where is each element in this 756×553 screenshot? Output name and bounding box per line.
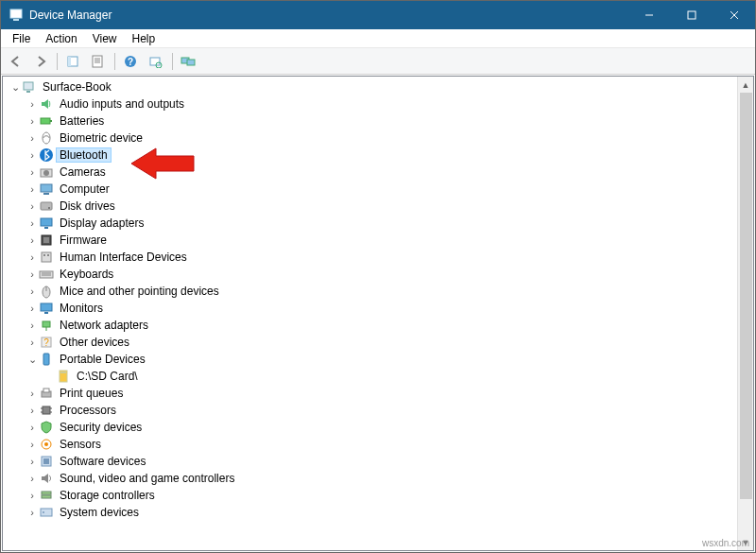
expander-icon[interactable]: › <box>26 438 39 451</box>
tree-item-sound[interactable]: ›Sound, video and game controllers <box>5 470 753 487</box>
expander-icon[interactable]: › <box>26 131 39 145</box>
expander-icon[interactable]: ⌄ <box>9 80 22 94</box>
toolbar-properties-button[interactable] <box>87 51 110 72</box>
tree-item-portable[interactable]: ⌄Portable Devices <box>5 351 753 368</box>
tree-item-network[interactable]: ›Network adapters <box>5 317 753 334</box>
tree-item-disk[interactable]: ›Disk drives <box>5 198 753 215</box>
maximize-button[interactable] <box>670 1 713 29</box>
menu-help[interactable]: Help <box>125 30 163 47</box>
svg-rect-64 <box>41 509 52 516</box>
tree-item-audio[interactable]: ›Audio inputs and outputs <box>5 95 753 112</box>
tree-item-hid[interactable]: ›Human Interface Devices <box>5 249 753 266</box>
tree-item-battery[interactable]: ›Batteries <box>5 112 753 130</box>
tree-item-sdcard[interactable]: C:\SD Card\ <box>5 368 753 385</box>
scroll-thumb[interactable] <box>740 93 752 499</box>
tree-item-label: Network adapters <box>56 318 152 333</box>
tree-item-label: Human Interface Devices <box>56 250 191 265</box>
svg-rect-43 <box>44 312 48 314</box>
tree-item-label: Bluetooth <box>56 147 112 163</box>
expander-icon[interactable]: › <box>26 336 39 349</box>
tree-item-system[interactable]: ›System devices <box>5 504 753 521</box>
toolbar-separator <box>114 53 115 70</box>
tree-item-sensor[interactable]: ›Sensors <box>5 436 753 453</box>
display-icon <box>39 216 54 231</box>
tree-item-firmware[interactable]: ›Firmware <box>5 232 753 249</box>
svg-rect-26 <box>41 184 52 192</box>
toolbar-forward-button[interactable] <box>29 51 52 72</box>
expander-icon[interactable]: › <box>26 114 39 128</box>
tree-item-bluetooth[interactable]: ›Bluetooth <box>5 147 753 164</box>
scroll-up-button[interactable]: ▲ <box>738 77 753 93</box>
svg-rect-33 <box>43 237 49 243</box>
expander-icon[interactable]: › <box>26 97 39 111</box>
tree-item-label: Security devices <box>56 420 146 435</box>
tree-item-mouse[interactable]: ›Mice and other pointing devices <box>5 283 753 300</box>
tree-item-label: Display adapters <box>56 216 147 231</box>
svg-rect-42 <box>41 303 52 311</box>
expander-icon[interactable]: › <box>26 455 39 468</box>
tree-item-keyboard[interactable]: ›Keyboards <box>5 266 753 283</box>
expander-icon[interactable]: › <box>26 404 39 417</box>
svg-rect-36 <box>47 254 49 256</box>
toolbar-scan-button[interactable] <box>145 51 167 72</box>
expander-icon[interactable]: › <box>26 387 39 400</box>
tree-item-label: Computer <box>56 181 113 197</box>
toolbar-help-button[interactable]: ? <box>120 51 143 72</box>
toolbar-monitors-button[interactable] <box>178 51 200 72</box>
tree-item-label: Print queues <box>56 386 127 401</box>
expander-icon[interactable]: › <box>26 233 39 247</box>
svg-rect-48 <box>43 354 49 365</box>
print-icon <box>39 386 54 401</box>
tree-item-biometric[interactable]: ›Biometric device <box>5 130 753 147</box>
svg-rect-30 <box>41 218 52 226</box>
tree-item-cpu[interactable]: ›Processors <box>5 402 753 419</box>
minimize-button[interactable] <box>627 1 670 29</box>
tree-root[interactable]: ⌄Surface-Book <box>5 78 753 95</box>
tree-item-computer[interactable]: ›Computer <box>5 181 753 198</box>
monitors-icon <box>180 55 198 68</box>
expander-icon[interactable]: › <box>26 285 39 298</box>
tree-item-label: Processors <box>56 403 120 418</box>
expander-icon[interactable]: ⌄ <box>26 353 39 366</box>
expander-icon[interactable]: › <box>26 251 39 264</box>
menu-file[interactable]: File <box>5 30 38 47</box>
expander-icon[interactable]: › <box>26 148 39 162</box>
other-icon: ? <box>39 335 54 350</box>
window-title: Device Manager <box>29 9 112 22</box>
svg-rect-52 <box>43 389 49 392</box>
tree-item-label: Mice and other pointing devices <box>56 284 223 299</box>
menu-view[interactable]: View <box>85 30 125 47</box>
expander-icon[interactable]: › <box>26 319 39 332</box>
tree-item-camera[interactable]: ›Cameras <box>5 164 753 181</box>
expander-icon[interactable]: › <box>26 472 39 485</box>
menu-action[interactable]: Action <box>38 30 84 47</box>
tree-item-label: Batteries <box>56 113 108 129</box>
toolbar-back-button[interactable] <box>5 51 27 72</box>
tree-item-storage[interactable]: ›Storage controllers <box>5 487 753 504</box>
tree-item-monitor[interactable]: ›Monitors <box>5 300 753 317</box>
audio-icon <box>39 96 54 112</box>
expander-icon[interactable]: › <box>26 421 39 434</box>
expander-icon[interactable]: › <box>26 165 39 179</box>
scroll-track[interactable] <box>738 93 753 534</box>
toolbar-show-hidden-button[interactable] <box>62 51 85 72</box>
svg-rect-35 <box>43 254 45 256</box>
tree-item-other[interactable]: ›?Other devices <box>5 334 753 351</box>
device-tree[interactable]: ⌄Surface-Book›Audio inputs and outputs›B… <box>3 78 753 521</box>
tree-item-display[interactable]: ›Display adapters <box>5 215 753 232</box>
tree-item-security[interactable]: ›Security devices <box>5 419 753 436</box>
tree-item-print[interactable]: ›Print queues <box>5 385 753 402</box>
root-icon <box>22 79 37 95</box>
expander-icon[interactable]: › <box>26 302 39 315</box>
close-button[interactable] <box>713 1 755 29</box>
expander-icon[interactable]: › <box>26 506 39 519</box>
expander-icon[interactable]: › <box>26 489 39 502</box>
expander-icon[interactable]: › <box>26 216 39 230</box>
vertical-scrollbar[interactable]: ▲ ▼ <box>737 77 753 550</box>
expander-icon[interactable]: › <box>26 268 39 281</box>
expander-icon[interactable]: › <box>26 199 39 213</box>
sdcard-icon <box>56 369 71 384</box>
tree-item-software[interactable]: ›Software devices <box>5 453 753 470</box>
expander-icon[interactable]: › <box>26 182 39 196</box>
system-icon <box>39 505 54 520</box>
